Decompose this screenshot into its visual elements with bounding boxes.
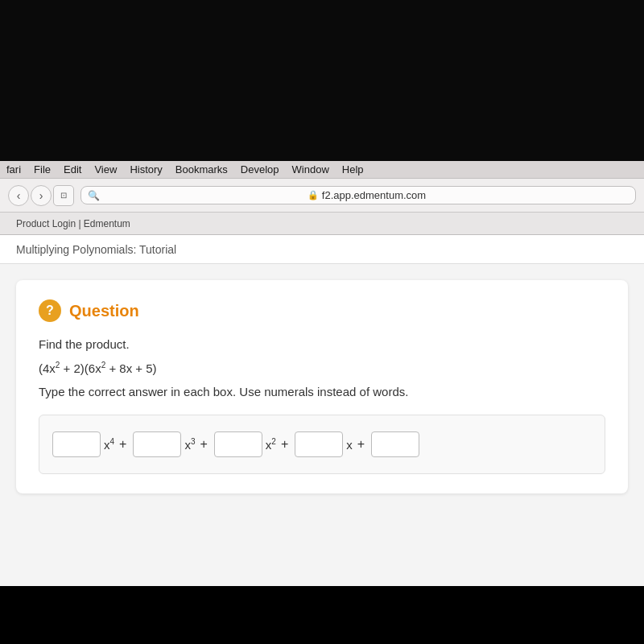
question-title: Question — [69, 302, 139, 320]
content-area: ? Question Find the product. (4x2 + 2)(6… — [0, 264, 644, 586]
menu-develop[interactable]: Develop — [241, 163, 279, 175]
menu-safari[interactable]: fari — [6, 163, 21, 175]
term-x3-group: x3 + — [133, 431, 208, 457]
term-x3-label: x3 — [184, 437, 195, 452]
tab-icon: ⊡ — [60, 191, 67, 200]
find-product-label: Find the product. — [39, 335, 605, 354]
term-x1-group: x + — [295, 431, 366, 457]
address-bar[interactable]: 🔍 🔒 f2.app.edmentum.com — [80, 186, 636, 204]
menu-bookmarks[interactable]: Bookmarks — [175, 163, 228, 175]
term-x1-label: x — [346, 438, 353, 452]
input-x3[interactable] — [133, 431, 181, 457]
question-header: ? Question — [39, 299, 605, 322]
safari-toolbar: ‹ › ⊡ 🔍 🔒 f2.app.edmentum.com — [0, 179, 644, 213]
input-x2[interactable] — [214, 431, 262, 457]
menu-file[interactable]: File — [34, 163, 51, 175]
term-x4-label: x4 — [104, 437, 114, 452]
menu-history[interactable]: History — [130, 163, 162, 175]
tab-overview-button[interactable]: ⊡ — [53, 185, 74, 206]
input-x4[interactable] — [52, 431, 101, 457]
question-icon: ? — [39, 299, 61, 322]
menu-view[interactable]: View — [94, 163, 117, 175]
operator-2: + — [198, 437, 208, 452]
page-title-bar: Multiplying Polynomials: Tutorial — [0, 235, 644, 264]
instruction-text: Type the correct answer in each box. Use… — [39, 385, 605, 398]
tab-bar: Product Login | Edmentum — [0, 213, 644, 235]
search-icon: 🔍 — [88, 190, 100, 201]
term-x4-group: x4 + — [52, 431, 128, 457]
answer-area: x4 + x3 + x2 + x + — [39, 415, 605, 474]
question-card: ? Question Find the product. (4x2 + 2)(6… — [16, 280, 628, 493]
url-display: 🔒 f2.app.edmentum.com — [105, 189, 629, 201]
term-x2-group: x2 + — [214, 431, 290, 457]
menu-bar: fari File Edit View History Bookmarks De… — [0, 161, 644, 179]
operator-4: + — [356, 437, 366, 452]
math-expression: (4x2 + 2)(6x2 + 8x + 5) — [39, 361, 605, 375]
question-icon-label: ? — [46, 303, 54, 318]
term-const-group — [371, 431, 419, 457]
operator-3: + — [279, 437, 290, 452]
camera-background — [0, 0, 644, 161]
lock-icon: 🔒 — [308, 190, 319, 200]
url-text: f2.app.edmentum.com — [322, 189, 426, 201]
active-tab[interactable]: Product Login | Edmentum — [8, 215, 138, 233]
forward-icon: › — [39, 189, 43, 202]
input-x1[interactable] — [295, 431, 343, 457]
back-button[interactable]: ‹ — [8, 185, 29, 206]
page-title: Multiplying Polynomials: Tutorial — [16, 243, 176, 256]
menu-window[interactable]: Window — [292, 163, 329, 175]
menu-edit[interactable]: Edit — [64, 163, 81, 175]
menu-help[interactable]: Help — [342, 163, 364, 175]
operator-1: + — [118, 437, 128, 452]
nav-buttons: ‹ › ⊡ — [8, 185, 74, 206]
back-icon: ‹ — [17, 189, 21, 202]
forward-button[interactable]: › — [31, 185, 52, 206]
input-const[interactable] — [371, 431, 419, 457]
term-x2-label: x2 — [266, 437, 276, 452]
